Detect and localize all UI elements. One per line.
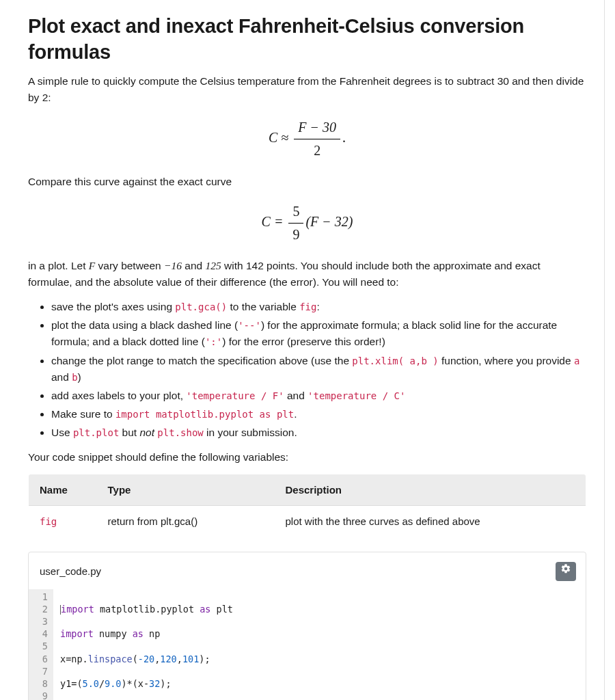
var-desc: plot with the three curves as defined ab… (275, 505, 586, 537)
intro-text: A simple rule to quickly compute the Cel… (28, 73, 586, 106)
line-gutter: 123 456 789 101112 (29, 589, 53, 700)
col-desc: Description (275, 474, 586, 505)
variables-table: Name Type Description fig return from pl… (28, 474, 586, 538)
define-text: Your code snippet should define the foll… (28, 449, 586, 466)
list-item: save the plot's axes using plt.gca() to … (51, 299, 586, 315)
list-item: add axes labels to your plot, 'temperatu… (51, 388, 586, 404)
range-text: in a plot. Let F vary between −16 and 12… (28, 258, 586, 291)
var-name: fig (40, 516, 57, 527)
code-card: user_code.py 123 456 789 101112 import m… (28, 552, 586, 700)
file-name: user_code.py (40, 563, 101, 579)
list-item: plot the data using a black dashed line … (51, 317, 586, 350)
var-type: return from plt.gca() (97, 505, 275, 537)
settings-button[interactable] (556, 562, 576, 581)
list-item: change the plot range to match the speci… (51, 353, 586, 386)
equation-approx: C ≈ F − 30 2 . (28, 117, 586, 161)
col-type: Type (97, 474, 275, 505)
task-list: save the plot's axes using plt.gca() to … (28, 299, 586, 440)
gear-icon (560, 563, 571, 580)
code-editor[interactable]: import matplotlib.pyplot as plt import n… (53, 589, 233, 700)
equation-exact: C = 5 9 (F − 32) (28, 201, 586, 245)
page-title: Plot exact and inexact Fahrenheit-Celsiu… (28, 14, 586, 65)
table-row: fig return from plt.gca() plot with the … (29, 505, 586, 537)
compare-text: Compare this curve against the exact cur… (28, 174, 586, 190)
list-item: Use plt.plot but not plt.show in your su… (51, 425, 586, 441)
col-name: Name (29, 474, 97, 505)
list-item: Make sure to import matplotlib.pyplot as… (51, 406, 586, 422)
